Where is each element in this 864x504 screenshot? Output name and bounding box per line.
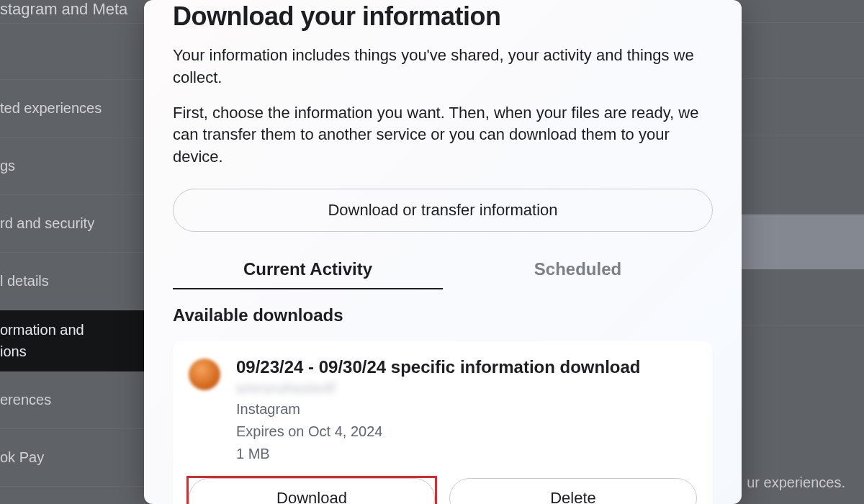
bg-row (734, 0, 864, 23)
bg-row (734, 23, 864, 79)
download-or-transfer-button[interactable]: Download or transfer information (173, 189, 713, 232)
download-item-size: 1 MB (236, 444, 697, 464)
sidebar-item-fragment: ok Pay (0, 429, 158, 487)
modal-description-2: First, choose the information you want. … (173, 102, 713, 168)
card-header: 09/23/24 - 09/30/24 specific information… (189, 356, 697, 464)
download-item-card: 09/23/24 - 09/30/24 specific information… (173, 341, 713, 504)
background-text-fragment: ur experiences. (747, 474, 845, 491)
modal-title: Download your information (173, 1, 713, 32)
download-item-expires: Expires on Oct 4, 2024 (236, 421, 697, 441)
bg-row (734, 135, 864, 215)
available-downloads-heading: Available downloads (173, 305, 713, 325)
download-item-username: smrsruhsste4f (236, 379, 697, 397)
sidebar-item-fragment: ted experiences (0, 80, 158, 138)
download-item-platform: Instagram (236, 399, 697, 419)
bg-row-highlight (734, 215, 864, 269)
delete-button[interactable]: Delete (449, 478, 697, 504)
download-button[interactable]: Download (189, 478, 435, 504)
background-sidebar: stagram and Meta ted experiences gs rd a… (0, 0, 158, 504)
card-actions: Download Delete (189, 478, 697, 504)
sidebar-item-fragment (0, 24, 158, 80)
sidebar-item-fragment: rd and security (0, 195, 158, 253)
modal-description-1: Your information includes things you've … (173, 45, 713, 89)
sidebar-item-selected: ormation and ions (0, 310, 158, 372)
download-item-title: 09/23/24 - 09/30/24 specific information… (236, 356, 697, 378)
bg-row (734, 269, 864, 325)
background-right-panel: ur experiences. (734, 0, 864, 504)
tab-current-activity[interactable]: Current Activity (173, 252, 443, 289)
download-button-highlight: Download (189, 478, 435, 504)
tabs-container: Current Activity Scheduled (173, 252, 713, 289)
sidebar-item-fragment: stagram and Meta (0, 0, 158, 24)
download-information-modal: Download your information Your informati… (144, 0, 742, 504)
card-info: 09/23/24 - 09/30/24 specific information… (236, 356, 697, 464)
profile-avatar (189, 359, 220, 390)
tab-scheduled[interactable]: Scheduled (443, 252, 713, 289)
sidebar-item-fragment: gs (0, 138, 158, 195)
sidebar-item-fragment: erences (0, 372, 158, 429)
bg-row (734, 79, 864, 135)
sidebar-item-fragment: l details (0, 253, 158, 310)
bg-row (734, 325, 864, 412)
